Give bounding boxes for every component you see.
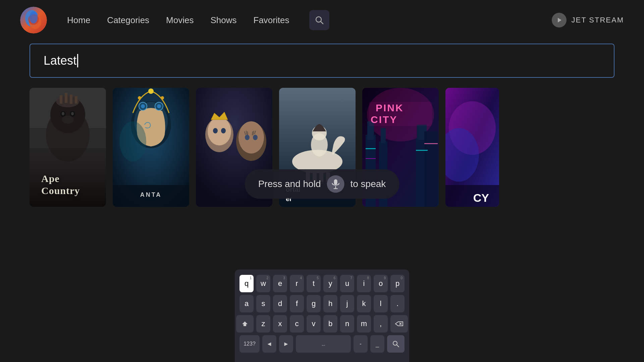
key-u[interactable]: u7 xyxy=(340,275,354,292)
key-y[interactable]: y6 xyxy=(323,275,337,292)
key-t[interactable]: t5 xyxy=(307,275,321,292)
search-value: Latest xyxy=(44,54,76,68)
key-123[interactable]: 123? xyxy=(239,335,260,353)
key-x[interactable]: x xyxy=(273,315,287,333)
svg-rect-75 xyxy=(445,185,499,207)
key-v[interactable]: v xyxy=(307,315,321,333)
search-button[interactable] xyxy=(309,10,329,30)
svg-point-4 xyxy=(30,11,38,23)
card-ape-title: ApeCountry xyxy=(35,166,106,203)
keyboard-row-4: 123? ◄ ► ⎵ - _ xyxy=(239,335,405,353)
svg-point-43 xyxy=(245,135,250,140)
key-w[interactable]: w2 xyxy=(256,275,270,292)
key-search[interactable] xyxy=(387,335,405,353)
svg-point-27 xyxy=(138,96,141,100)
key-d[interactable]: d xyxy=(273,295,287,312)
key-l[interactable]: l xyxy=(374,295,388,312)
text-cursor xyxy=(77,54,78,67)
svg-point-33 xyxy=(119,121,146,162)
svg-point-21 xyxy=(62,116,74,124)
key-g[interactable]: g xyxy=(307,295,321,312)
nav-shows[interactable]: Shows xyxy=(210,15,236,25)
key-hyphen[interactable]: - xyxy=(354,335,368,353)
key-i[interactable]: i8 xyxy=(357,275,371,292)
svg-marker-7 xyxy=(558,18,561,22)
key-o[interactable]: o9 xyxy=(374,275,388,292)
brand-name: JET STREAM xyxy=(571,16,624,24)
nav-home[interactable]: Home xyxy=(67,15,90,25)
svg-point-32 xyxy=(157,104,161,108)
key-backspace[interactable] xyxy=(390,315,408,333)
voice-label-before: Press and hold xyxy=(258,179,321,189)
svg-text:ANTA: ANTA xyxy=(140,191,162,198)
svg-rect-16 xyxy=(75,96,77,104)
key-j[interactable]: j xyxy=(340,295,354,312)
key-h[interactable]: h xyxy=(323,295,337,312)
key-period[interactable]: . xyxy=(390,295,405,312)
key-space[interactable]: ⎵ xyxy=(296,335,351,353)
mic-button[interactable] xyxy=(327,175,344,193)
key-z[interactable]: z xyxy=(256,315,270,333)
search-container: Latest xyxy=(30,44,614,78)
nav-movies[interactable]: Movies xyxy=(166,15,194,25)
key-b[interactable]: b xyxy=(323,315,337,333)
svg-point-38 xyxy=(208,117,231,145)
svg-rect-65 xyxy=(366,148,376,149)
svg-rect-64 xyxy=(424,131,438,207)
svg-rect-77 xyxy=(334,179,337,185)
svg-point-20 xyxy=(71,112,74,115)
svg-rect-13 xyxy=(60,95,62,104)
svg-point-26 xyxy=(148,88,154,94)
nav-favorites[interactable]: Favorites xyxy=(254,15,289,25)
search-input-box[interactable]: Latest xyxy=(30,44,614,78)
key-f[interactable]: f xyxy=(290,295,304,312)
header: Home Categories Movies Shows Favorites J… xyxy=(0,0,644,40)
nav-categories[interactable]: Categories xyxy=(107,15,149,25)
card-anta[interactable]: ANTA xyxy=(113,88,189,207)
svg-line-83 xyxy=(397,345,399,347)
svg-point-42 xyxy=(238,121,264,154)
keyboard-row-1: q1 w2 e3 r4 t5 y6 u7 i8 o9 p0 xyxy=(239,275,405,292)
svg-text:CY: CY xyxy=(473,191,489,204)
key-k[interactable]: k xyxy=(357,295,371,312)
brand-play-icon xyxy=(552,13,567,27)
voice-tooltip: Press and hold to speak xyxy=(245,169,399,199)
key-shift[interactable] xyxy=(236,315,254,333)
key-comma[interactable]: , xyxy=(374,315,388,333)
svg-point-19 xyxy=(62,112,64,115)
svg-rect-66 xyxy=(366,158,376,159)
key-s[interactable]: s xyxy=(256,295,270,312)
key-e[interactable]: e3 xyxy=(273,275,287,292)
key-underscore[interactable]: _ xyxy=(370,335,384,353)
keyboard-row-3: z x c v b n m , xyxy=(239,315,405,333)
key-c[interactable]: c xyxy=(290,315,304,333)
card-partial[interactable]: CY xyxy=(445,88,499,207)
brand: JET STREAM xyxy=(552,13,624,27)
svg-point-82 xyxy=(393,341,397,345)
svg-rect-67 xyxy=(416,150,428,151)
key-r[interactable]: r4 xyxy=(290,275,304,292)
svg-line-6 xyxy=(321,21,323,24)
key-n[interactable]: n xyxy=(340,315,354,333)
key-q[interactable]: q1 xyxy=(239,275,254,292)
svg-point-28 xyxy=(161,96,164,100)
svg-rect-15 xyxy=(70,95,72,104)
key-left[interactable]: ◄ xyxy=(262,335,276,353)
key-m[interactable]: m xyxy=(357,315,371,333)
keyboard: q1 w2 e3 r4 t5 y6 u7 i8 o9 p0 a s d f g … xyxy=(235,269,409,362)
svg-point-40 xyxy=(221,128,226,133)
svg-rect-71 xyxy=(369,102,432,126)
svg-point-31 xyxy=(141,104,145,108)
key-right[interactable]: ► xyxy=(279,335,293,353)
logo xyxy=(20,7,47,34)
key-p[interactable]: p0 xyxy=(390,275,405,292)
key-a[interactable]: a xyxy=(239,295,254,312)
svg-rect-14 xyxy=(65,93,67,103)
svg-point-44 xyxy=(253,135,258,140)
keyboard-row-2: a s d f g h j k l . xyxy=(239,295,405,312)
svg-rect-68 xyxy=(424,143,438,144)
voice-label-after: to speak xyxy=(350,179,386,189)
svg-rect-61 xyxy=(381,128,386,143)
card-ape-country[interactable]: ApeCountry xyxy=(30,88,106,207)
nav: Home Categories Movies Shows Favorites xyxy=(67,10,552,30)
